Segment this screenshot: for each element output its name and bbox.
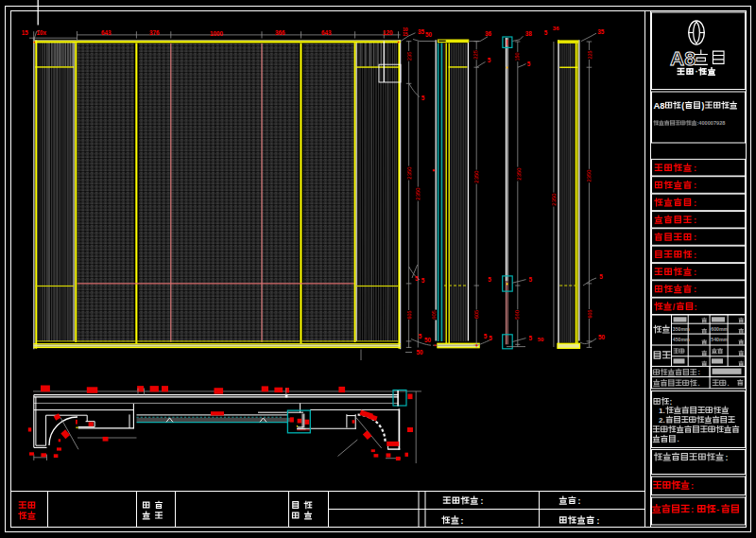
svg-text::: : bbox=[694, 251, 696, 260]
svg-text:35: 35 bbox=[418, 28, 425, 35]
svg-text::: : bbox=[691, 504, 694, 514]
svg-text:A8: A8 bbox=[670, 47, 696, 69]
svg-text:50: 50 bbox=[598, 334, 606, 340]
svg-text:5: 5 bbox=[529, 276, 533, 283]
svg-text:.: . bbox=[728, 379, 730, 388]
svg-text::: : bbox=[694, 199, 696, 208]
svg-text:225: 225 bbox=[472, 50, 478, 60]
svg-text:605: 605 bbox=[406, 311, 412, 320]
svg-text::: : bbox=[694, 216, 696, 225]
svg-text:5: 5 bbox=[489, 335, 492, 341]
svg-text:2.: 2. bbox=[659, 416, 665, 425]
svg-text:38: 38 bbox=[525, 30, 533, 37]
svg-text::: : bbox=[694, 268, 696, 277]
svg-text:2350: 2350 bbox=[406, 166, 412, 180]
svg-text::: : bbox=[698, 368, 700, 376]
svg-text:-: - bbox=[716, 504, 719, 514]
svg-text:5: 5 bbox=[419, 333, 422, 339]
svg-text:540mm: 540mm bbox=[711, 337, 728, 342]
svg-text:5: 5 bbox=[529, 335, 533, 341]
svg-text::: : bbox=[726, 453, 729, 462]
svg-text::: : bbox=[578, 496, 581, 506]
svg-text::: : bbox=[670, 398, 673, 407]
svg-text:225: 225 bbox=[587, 51, 593, 60]
svg-text:50: 50 bbox=[538, 337, 544, 342]
svg-text:.: . bbox=[678, 435, 679, 443]
svg-text::: : bbox=[694, 233, 696, 242]
svg-text:2350: 2350 bbox=[516, 167, 522, 181]
svg-text:120: 120 bbox=[383, 29, 393, 36]
svg-text:(: ( bbox=[681, 101, 684, 111]
svg-text:): ) bbox=[701, 101, 704, 111]
svg-text:5: 5 bbox=[421, 277, 425, 284]
svg-text:2350: 2350 bbox=[586, 170, 592, 182]
svg-text:50: 50 bbox=[425, 31, 433, 38]
svg-text:366: 366 bbox=[275, 29, 285, 36]
svg-text:376: 376 bbox=[149, 29, 160, 36]
svg-text:1.: 1. bbox=[659, 407, 665, 415]
svg-text:.: . bbox=[698, 379, 700, 388]
svg-text:600mm: 600mm bbox=[711, 326, 728, 332]
svg-text:A8: A8 bbox=[654, 100, 665, 111]
svg-text::: : bbox=[694, 164, 696, 173]
svg-text:5: 5 bbox=[544, 29, 548, 36]
svg-text:5: 5 bbox=[484, 333, 488, 339]
svg-text:36: 36 bbox=[485, 30, 492, 37]
svg-text::: : bbox=[691, 481, 694, 491]
svg-text:150: 150 bbox=[514, 52, 520, 61]
svg-text:15: 15 bbox=[22, 29, 29, 36]
svg-text::: : bbox=[694, 285, 696, 294]
svg-text::: : bbox=[597, 516, 600, 526]
svg-text:5: 5 bbox=[599, 273, 603, 280]
svg-text:5: 5 bbox=[421, 95, 425, 101]
svg-text:2350: 2350 bbox=[415, 187, 421, 200]
svg-text:·: · bbox=[696, 67, 698, 77]
svg-text:2350: 2350 bbox=[473, 170, 479, 183]
svg-text:605: 605 bbox=[431, 310, 437, 320]
svg-text:5: 5 bbox=[488, 57, 491, 63]
svg-text:350mm: 350mm bbox=[673, 326, 690, 332]
svg-text:36: 36 bbox=[553, 26, 559, 31]
svg-text:5: 5 bbox=[488, 276, 491, 283]
svg-text:605: 605 bbox=[473, 310, 479, 319]
svg-text:35: 35 bbox=[597, 28, 605, 35]
svg-text:1000: 1000 bbox=[210, 30, 224, 37]
svg-text::: : bbox=[694, 181, 696, 190]
svg-text::: : bbox=[481, 496, 484, 506]
svg-text:50: 50 bbox=[416, 349, 423, 356]
svg-text:605: 605 bbox=[587, 310, 593, 319]
svg-text:50: 50 bbox=[424, 337, 432, 343]
svg-text::: : bbox=[461, 516, 464, 526]
svg-text:2350: 2350 bbox=[551, 193, 557, 206]
svg-text:450mm: 450mm bbox=[673, 337, 690, 342]
svg-text::400007928: :400007928 bbox=[697, 120, 726, 126]
svg-text:643: 643 bbox=[321, 29, 332, 36]
svg-text::: : bbox=[695, 303, 697, 312]
svg-text:5: 5 bbox=[527, 61, 531, 67]
svg-text:5: 5 bbox=[415, 275, 419, 282]
svg-text:643: 643 bbox=[101, 29, 112, 36]
svg-text:10x: 10x bbox=[36, 29, 46, 36]
svg-text:235: 235 bbox=[406, 51, 412, 61]
svg-text:560: 560 bbox=[514, 310, 520, 320]
